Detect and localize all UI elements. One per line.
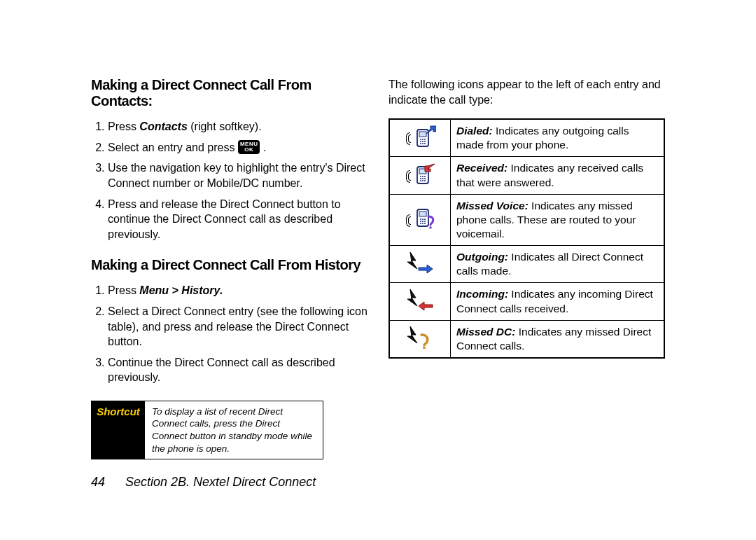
svg-point-32 xyxy=(424,223,426,224)
key-line2: OK xyxy=(240,147,258,153)
svg-point-26 xyxy=(424,219,426,220)
desc-cell: Dialed: Indicates any outgoing calls mad… xyxy=(451,119,665,157)
desc-cell: Missed DC: Indicates any missed Direct C… xyxy=(451,320,665,358)
desc-cell: Received: Indicates any received calls t… xyxy=(451,157,665,194)
icon-cell xyxy=(389,320,451,358)
svg-point-34 xyxy=(423,347,426,349)
table-row: Received: Indicates any received calls t… xyxy=(389,157,664,194)
right-column: The following icons appear to the left o… xyxy=(388,77,665,459)
svg-rect-23 xyxy=(419,212,426,216)
svg-point-3 xyxy=(422,139,424,140)
step: Use the navigation key to highlight the … xyxy=(108,160,368,191)
svg-point-19 xyxy=(420,180,421,181)
steps-history: Press Menu > History. Select a Direct Co… xyxy=(91,283,368,385)
step: Press Contacts (right softkey). xyxy=(108,119,368,134)
table-row: Missed Voice: Indicates any missed phone… xyxy=(389,194,664,245)
svg-point-6 xyxy=(422,141,424,142)
desc-cell: Incoming: Indicates any incoming Direct … xyxy=(451,283,665,320)
svg-point-8 xyxy=(420,143,421,144)
menu-ok-key-icon: MENUOK xyxy=(238,140,260,154)
step: Select an entry and press MENUOK . xyxy=(108,140,368,155)
dc-incoming-icon xyxy=(406,288,434,315)
icon-cell xyxy=(389,283,451,320)
shortcut-label: Shortcut xyxy=(92,401,145,459)
svg-point-2 xyxy=(420,139,421,140)
table-row: Outgoing: Indicates all Direct Connect c… xyxy=(389,246,664,283)
icon-cell xyxy=(389,157,451,194)
svg-point-29 xyxy=(424,221,426,222)
row-name: Outgoing: xyxy=(456,251,508,263)
signal-waves-icon xyxy=(404,167,411,184)
svg-point-15 xyxy=(424,176,426,177)
svg-point-17 xyxy=(422,178,424,179)
svg-point-28 xyxy=(422,221,424,222)
menu-path: Menu > History. xyxy=(139,284,223,296)
call-type-icon-table: Dialed: Indicates any outgoing calls mad… xyxy=(388,118,665,359)
icon-cell xyxy=(389,119,451,157)
icon-cell xyxy=(389,194,451,245)
page-number: 44 xyxy=(91,475,105,489)
row-name: Dialed: xyxy=(456,125,493,137)
left-column: Making a Direct Connect Call From Contac… xyxy=(91,77,368,459)
manual-page: Making a Direct Connect Call From Contac… xyxy=(0,0,756,540)
phone-received-icon xyxy=(415,162,436,188)
svg-point-24 xyxy=(420,219,421,220)
svg-point-30 xyxy=(420,223,421,224)
svg-point-13 xyxy=(420,176,421,177)
table-row: Incoming: Indicates any incoming Direct … xyxy=(389,283,664,320)
signal-waves-icon xyxy=(404,212,411,228)
svg-point-7 xyxy=(424,141,426,142)
svg-point-4 xyxy=(424,139,426,140)
desc-cell: Missed Voice: Indicates any missed phone… xyxy=(451,194,665,245)
two-column-layout: Making a Direct Connect Call From Contac… xyxy=(91,77,665,459)
softkey-name: Contacts xyxy=(139,120,187,132)
svg-point-21 xyxy=(424,180,426,181)
row-name: Received: xyxy=(456,162,507,174)
steps-contacts: Press Contacts (right softkey). Select a… xyxy=(91,119,368,242)
step: Continue the Direct Connect call as desc… xyxy=(108,355,368,385)
dc-outgoing-icon xyxy=(406,251,434,278)
text: . xyxy=(263,141,266,153)
heading-from-contacts: Making a Direct Connect Call From Contac… xyxy=(91,77,368,109)
svg-point-18 xyxy=(424,178,426,179)
row-name: Missed Voice: xyxy=(456,200,528,212)
table-row: Missed DC: Indicates any missed Direct C… xyxy=(389,320,664,358)
svg-point-16 xyxy=(420,178,421,179)
icon-cell xyxy=(389,246,451,283)
svg-point-33 xyxy=(429,227,432,230)
row-name: Missed DC: xyxy=(456,326,515,338)
svg-point-27 xyxy=(420,221,421,222)
svg-point-20 xyxy=(422,180,424,181)
svg-rect-1 xyxy=(419,132,426,137)
text: Press xyxy=(108,284,139,296)
shortcut-text: To display a list of recent Direct Conne… xyxy=(145,401,323,459)
text: (right softkey). xyxy=(188,120,262,132)
svg-point-25 xyxy=(422,219,424,220)
text: Select an entry and press xyxy=(108,141,238,153)
svg-point-14 xyxy=(422,176,424,177)
svg-point-10 xyxy=(424,143,426,144)
svg-point-9 xyxy=(422,143,424,144)
text: Press xyxy=(108,120,139,132)
phone-dialed-icon xyxy=(415,125,436,151)
heading-from-history: Making a Direct Connect Call From Histor… xyxy=(91,257,368,273)
step: Press Menu > History. xyxy=(108,283,368,298)
dc-missed-icon xyxy=(406,325,434,352)
section-title: Section 2B. Nextel Direct Connect xyxy=(125,475,316,489)
desc-cell: Outgoing: Indicates all Direct Connect c… xyxy=(451,246,665,283)
page-footer: 44 Section 2B. Nextel Direct Connect xyxy=(91,475,316,490)
svg-point-5 xyxy=(420,141,421,142)
table-row: Dialed: Indicates any outgoing calls mad… xyxy=(389,119,664,157)
icon-table-lead: The following icons appear to the left o… xyxy=(388,77,665,107)
step: Select a Direct Connect entry (see the f… xyxy=(108,304,368,349)
signal-waves-icon xyxy=(404,130,411,146)
row-name: Incoming: xyxy=(456,288,508,300)
step: Press and release the Direct Connect but… xyxy=(108,197,368,242)
shortcut-callout: Shortcut To display a list of recent Dir… xyxy=(91,401,323,459)
phone-missed-icon xyxy=(415,207,436,233)
svg-point-31 xyxy=(422,223,424,224)
